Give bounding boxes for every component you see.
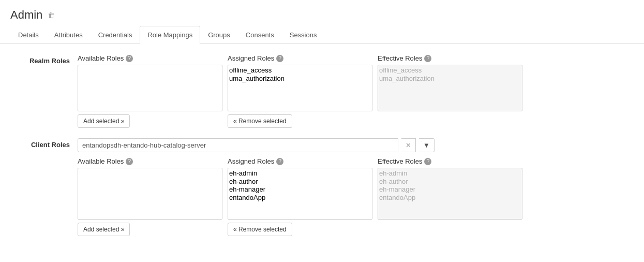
realm-assigned-column: Assigned Roles ? offline_access uma_auth… — [228, 54, 372, 128]
client-effective-listbox: eh-admin eh-author eh-manager entandoApp — [378, 168, 522, 220]
client-available-column: Available Roles ? Add selected » — [78, 157, 222, 236]
trash-icon[interactable]: 🗑 — [48, 11, 55, 19]
client-assigned-item[interactable]: eh-author — [229, 178, 371, 186]
realm-effective-item: offline_access — [379, 66, 521, 75]
tab-groups[interactable]: Groups — [200, 26, 238, 44]
realm-effective-listbox: offline_access uma_authorization — [378, 65, 522, 111]
client-remove-selected-button[interactable]: « Remove selected — [228, 223, 292, 236]
client-effective-item: eh-admin — [379, 169, 521, 178]
realm-add-selected-button[interactable]: Add selected » — [78, 114, 130, 128]
client-available-label: Available Roles — [78, 157, 124, 165]
client-available-listbox[interactable] — [78, 168, 222, 220]
realm-roles-section: Realm Roles Available Roles ? Add select… — [10, 54, 634, 128]
realm-available-listbox[interactable] — [78, 65, 222, 111]
client-effective-column: Effective Roles ? eh-admin eh-author eh-… — [378, 157, 522, 220]
client-assigned-label: Assigned Roles — [228, 157, 274, 165]
client-effective-item: eh-manager — [379, 185, 521, 194]
realm-available-header: Available Roles ? — [78, 54, 222, 62]
client-roles-input[interactable] — [78, 138, 398, 152]
tab-sessions[interactable]: Sessions — [282, 26, 325, 44]
client-roles-input-row: ✕ ▼ — [78, 138, 435, 152]
client-roles-top-row: Client Roles ✕ ▼ — [10, 138, 435, 157]
realm-available-label: Available Roles — [78, 54, 124, 62]
realm-effective-help-icon[interactable]: ? — [424, 55, 431, 62]
realm-roles-label: Realm Roles — [10, 54, 78, 65]
client-roles-section: Client Roles ✕ ▼ Available Roles ? Add s… — [10, 138, 634, 236]
client-add-selected-button[interactable]: Add selected » — [78, 223, 130, 236]
tab-credentials[interactable]: Credentials — [91, 26, 140, 44]
tab-consents[interactable]: Consents — [238, 26, 282, 44]
realm-effective-header: Effective Roles ? — [378, 54, 522, 62]
page-title: Admin — [10, 8, 42, 22]
client-assigned-item[interactable]: eh-manager — [229, 185, 371, 194]
realm-effective-column: Effective Roles ? offline_access uma_aut… — [378, 54, 522, 111]
realm-assigned-help-icon[interactable]: ? — [276, 55, 283, 62]
realm-roles-area: Available Roles ? Add selected » Assigne… — [78, 54, 522, 128]
tab-attributes[interactable]: Attributes — [47, 26, 91, 44]
realm-available-help-icon[interactable]: ? — [126, 55, 133, 62]
client-effective-item: entandoApp — [379, 194, 521, 202]
realm-assigned-header: Assigned Roles ? — [228, 54, 372, 62]
client-available-header: Available Roles ? — [78, 157, 222, 165]
realm-assigned-label: Assigned Roles — [228, 54, 274, 62]
client-assigned-help-icon[interactable]: ? — [276, 158, 283, 165]
tab-details[interactable]: Details — [10, 26, 47, 44]
client-roles-label: Client Roles — [10, 138, 78, 149]
realm-assigned-listbox[interactable]: offline_access uma_authorization — [228, 65, 372, 111]
client-roles-area: Available Roles ? Add selected » Assigne… — [78, 157, 522, 236]
client-input-clear-icon[interactable]: ✕ — [401, 138, 416, 152]
realm-available-column: Available Roles ? Add selected » — [78, 54, 222, 128]
client-assigned-listbox[interactable]: eh-admin eh-author eh-manager entandoApp — [228, 168, 372, 220]
realm-effective-item: uma_authorization — [379, 75, 521, 83]
client-assigned-item[interactable]: entandoApp — [229, 194, 371, 202]
client-assigned-header: Assigned Roles ? — [228, 157, 372, 165]
client-effective-help-icon[interactable]: ? — [424, 158, 431, 165]
tab-role-mappings[interactable]: Role Mappings — [140, 26, 200, 44]
client-assigned-column: Assigned Roles ? eh-admin eh-author eh-m… — [228, 157, 372, 236]
client-input-dropdown-icon[interactable]: ▼ — [419, 138, 435, 152]
client-assigned-item[interactable]: eh-admin — [229, 169, 371, 178]
page-header: Admin 🗑 — [0, 0, 644, 26]
realm-remove-selected-button[interactable]: « Remove selected — [228, 114, 292, 128]
client-available-help-icon[interactable]: ? — [126, 158, 133, 165]
realm-assigned-item[interactable]: offline_access — [229, 66, 371, 75]
realm-assigned-item[interactable]: uma_authorization — [229, 75, 371, 83]
realm-effective-label: Effective Roles — [378, 54, 422, 62]
content: Realm Roles Available Roles ? Add select… — [0, 44, 644, 257]
client-effective-header: Effective Roles ? — [378, 157, 522, 165]
client-effective-label: Effective Roles — [378, 157, 422, 165]
client-effective-item: eh-author — [379, 178, 521, 186]
nav-tabs: Details Attributes Credentials Role Mapp… — [0, 26, 644, 44]
